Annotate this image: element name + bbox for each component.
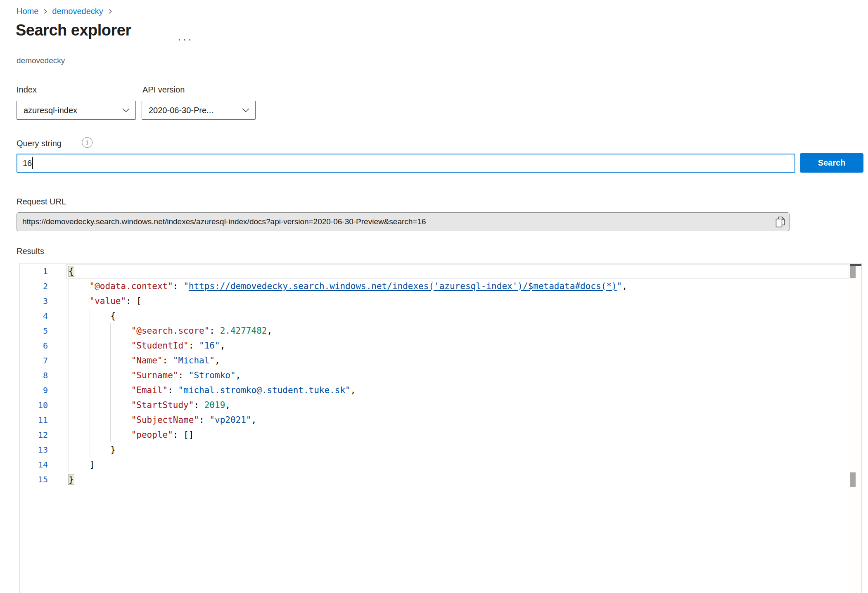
indent-guide [90,308,111,323]
line-number[interactable]: 9 [20,383,48,398]
json-token-plain: : [189,341,199,351]
indent-guide [69,398,90,413]
json-token-key: "value" [90,296,126,306]
json-token-plain: , [225,400,230,410]
json-token-key: "SubjectName" [131,415,199,425]
ruler-bracket-mark-line15 [850,472,856,487]
json-token-key: "people" [131,430,173,440]
editor-line[interactable]: 15} [20,472,849,487]
json-token-plain: , [622,281,627,291]
line-number[interactable]: 2 [20,279,48,294]
line-number[interactable]: 13 [20,442,48,457]
json-token-num: 2019 [204,400,225,410]
json-token-plain: , [351,385,356,395]
line-number[interactable]: 5 [20,323,48,338]
editor-line[interactable]: 9 "Email": "michal.stromko@.student.tuke… [20,383,849,398]
json-token-plain: : [194,400,204,410]
indent-guide [110,338,131,353]
indent-guide [69,294,90,308]
line-number[interactable]: 14 [20,457,48,472]
editor-line[interactable]: 4 { [20,308,849,323]
results-json-editor[interactable]: 1{2 "@odata.context": "https://demovedec… [19,263,862,593]
line-content: "StudentId": "16", [48,338,225,353]
line-content: } [48,442,116,457]
json-token-plain: : [199,415,209,425]
breadcrumb-service-link[interactable]: demovedecky [52,7,103,16]
json-token-plain: , [220,341,225,351]
editor-line[interactable]: 13 } [20,442,849,457]
indent-guide [69,279,90,294]
line-number[interactable]: 3 [20,294,48,308]
info-icon[interactable]: i [82,137,92,148]
line-number[interactable]: 12 [20,427,48,442]
editor-line[interactable]: 14 ] [20,457,849,472]
indent-guide [69,383,90,398]
line-number[interactable]: 6 [20,338,48,353]
editor-line[interactable]: 6 "StudentId": "16", [20,338,849,353]
line-number[interactable]: 7 [20,353,48,368]
editor-line[interactable]: 5 "@search.score": 2.4277482, [20,323,849,338]
json-token-plain: : [] [173,430,194,440]
line-content: "Name": "Michal", [48,353,220,368]
line-content: "Surname": "Stromko", [48,368,241,383]
index-dropdown[interactable]: azuresql-index [17,101,136,120]
json-token-plain: , [215,356,220,365]
breadcrumb: Home demovedecky [17,7,113,16]
editor-line[interactable]: 2 "@odata.context": "https://demovedecky… [20,279,849,294]
indent-guide [69,323,90,338]
indent-guide [69,308,90,323]
odata-context-link[interactable]: https://demovedecky.search.windows.net/i… [189,281,617,291]
indent-guide [90,442,111,457]
editor-line[interactable]: 1{ [20,264,849,279]
chevron-right-icon [107,9,113,14]
ruler-bracket-mark-line1 [850,266,856,278]
line-number[interactable]: 10 [20,398,48,413]
line-number[interactable]: 1 [20,264,48,279]
json-token-num: 2.4277482 [220,326,267,336]
editor-line[interactable]: 7 "Name": "Michal", [20,353,849,368]
line-number[interactable]: 8 [20,368,48,383]
query-string-input[interactable]: 16 [17,154,795,173]
json-token-bracket: } [69,474,74,484]
copy-button[interactable] [771,213,789,231]
api-version-dropdown[interactable]: 2020-06-30-Pre... [142,101,256,120]
editor-line[interactable]: 11 "SubjectName": "vp2021", [20,413,849,427]
line-content: { [48,264,74,279]
editor-line[interactable]: 3 "value": [ [20,294,849,308]
line-number[interactable]: 15 [20,472,48,487]
page-title: Search explorer [16,21,131,39]
indent-guide [110,368,131,383]
json-token-plain: ] [90,460,95,470]
indent-guide [69,413,90,427]
editor-line[interactable]: 8 "Surname": "Stromko", [20,368,849,383]
indent-guide [90,368,111,383]
json-token-str: " [183,281,189,291]
editor-lines: 1{2 "@odata.context": "https://demovedec… [20,264,849,487]
json-token-str: "Michal" [173,356,215,365]
breadcrumb-home-link[interactable]: Home [17,7,38,16]
indent-guide [69,353,90,368]
json-token-plain: : [209,326,220,336]
json-token-str: "Stromko" [189,370,236,380]
editor-line[interactable]: 12 "people": [] [20,427,849,442]
more-menu-button[interactable]: ··· [178,33,193,46]
overview-ruler-scrollbar[interactable] [850,263,861,593]
line-number[interactable]: 11 [20,413,48,427]
json-token-plain: , [236,370,241,380]
query-string-label: Query string [17,139,62,148]
line-content: "SubjectName": "vp2021", [48,413,256,427]
editor-line[interactable]: 10 "StartStudy": 2019, [20,398,849,413]
indent-guide [90,353,111,368]
json-token-key: "Name" [131,356,163,365]
indent-guide [69,427,90,442]
indent-guide [69,457,90,472]
line-number[interactable]: 4 [20,308,48,323]
results-label: Results [17,247,44,256]
request-url-field[interactable]: https://demovedecky.search.windows.net/i… [17,212,790,231]
line-content: { [48,308,116,323]
indent-guide [110,383,131,398]
search-button[interactable]: Search [800,153,863,173]
json-token-key: "@odata.context" [90,281,173,291]
json-token-str: "16" [199,341,220,351]
line-content: } [48,472,74,487]
